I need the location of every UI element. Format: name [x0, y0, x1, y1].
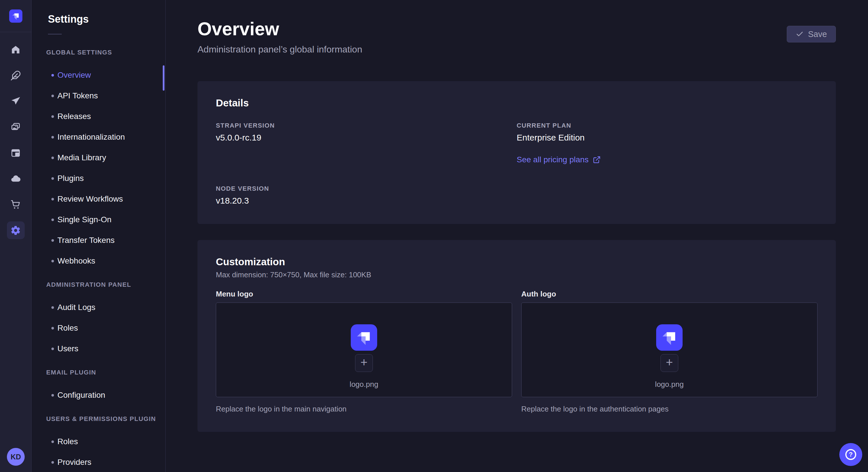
- sidebar-item-feather[interactable]: [3, 63, 29, 88]
- active-item-highlight: [7, 222, 25, 239]
- auth-logo-upload: Auth logo + logo.png Replace the logo in…: [521, 290, 817, 413]
- subnav-item-overview[interactable]: Overview: [32, 65, 165, 86]
- menu-logo-preview: [351, 324, 377, 351]
- bullet-icon: [51, 260, 54, 262]
- bullet-icon: [51, 306, 54, 309]
- subnav-item-webhooks[interactable]: Webhooks: [32, 250, 165, 271]
- subnav-item-providers[interactable]: Providers: [32, 452, 165, 472]
- strapi-logo-icon: [9, 9, 22, 23]
- bullet-icon: [51, 327, 54, 330]
- menu-logo-filename: logo.png: [350, 380, 378, 389]
- section-label-users-permissions-plugin: USERS & PERMISSIONS PLUGIN: [46, 415, 165, 423]
- subnav-item-media-library[interactable]: Media Library: [32, 147, 165, 168]
- strapi-logo-icon: [656, 324, 683, 351]
- subnav-item-users[interactable]: Users: [32, 338, 165, 359]
- current-plan-field: CURRENT PLAN Enterprise Edition See all …: [517, 122, 817, 164]
- subnav-item-up-roles[interactable]: Roles: [32, 431, 165, 452]
- gear-icon: [10, 225, 21, 236]
- subnav-item-audit-logs[interactable]: Audit Logs: [32, 297, 165, 318]
- paper-plane-icon: [10, 96, 21, 107]
- page-header-text: Overview Administration panel’s global i…: [197, 19, 362, 55]
- nav-icon-list: [0, 32, 31, 243]
- pricing-plans-link[interactable]: See all pricing plans: [517, 155, 601, 164]
- subnav-scrollbar-thumb[interactable]: [163, 65, 164, 91]
- sidebar-item-cart[interactable]: [3, 192, 29, 217]
- strapi-admin-screen: KD Settings GLOBAL SETTINGS Overview API…: [0, 0, 868, 472]
- administration-panel-list: Audit Logs Roles Users: [32, 297, 165, 359]
- field-value: v18.20.3: [216, 196, 517, 206]
- field-label: NODE VERSION: [216, 185, 517, 193]
- bullet-icon: [51, 394, 54, 397]
- customization-card-subtitle: Max dimension: 750×750, Max file size: 1…: [216, 270, 817, 279]
- subnav-item-transfer-tokens[interactable]: Transfer Tokens: [32, 230, 165, 250]
- users-permissions-list: Roles Providers: [32, 431, 165, 472]
- bullet-icon: [51, 115, 54, 118]
- subnav-title: Settings: [48, 13, 165, 25]
- subnav-item-plugins[interactable]: Plugins: [32, 168, 165, 189]
- subnav-item-review-workflows[interactable]: Review Workflows: [32, 189, 165, 209]
- subnav-item-single-sign-on[interactable]: Single Sign-On: [32, 209, 165, 230]
- subnav-item-configuration[interactable]: Configuration: [32, 385, 165, 405]
- sidebar-item-layout[interactable]: [3, 140, 29, 166]
- sidebar-item-paper-plane[interactable]: [3, 88, 29, 114]
- save-button[interactable]: Save: [787, 26, 836, 42]
- main-nav-rail: KD: [0, 0, 32, 472]
- field-value: Enterprise Edition: [517, 133, 817, 142]
- bullet-icon: [51, 440, 54, 443]
- subnav-item-releases[interactable]: Releases: [32, 106, 165, 127]
- cart-icon: [10, 199, 21, 210]
- external-link-icon: [593, 156, 601, 164]
- subnav-divider: [48, 34, 62, 34]
- node-version-field: NODE VERSION v18.20.3: [216, 185, 517, 206]
- settings-subnav: Settings GLOBAL SETTINGS Overview API To…: [32, 0, 166, 472]
- user-avatar[interactable]: KD: [7, 448, 25, 466]
- details-grid: STRAPI VERSION v5.0.0-rc.19 CURRENT PLAN…: [216, 122, 817, 206]
- bullet-icon: [51, 177, 54, 180]
- section-label-email-plugin: EMAIL PLUGIN: [46, 369, 165, 376]
- nav-brand-area: [0, 0, 31, 32]
- page-title: Overview: [197, 19, 362, 40]
- sidebar-item-cloud[interactable]: [3, 166, 29, 192]
- cloud-icon: [10, 173, 21, 184]
- add-auth-logo-button[interactable]: +: [660, 354, 678, 372]
- details-card: Details STRAPI VERSION v5.0.0-rc.19 CURR…: [197, 81, 836, 224]
- plus-icon: +: [666, 357, 673, 369]
- bullet-icon: [51, 136, 54, 138]
- menu-logo-upload: Menu logo + logo.png Replace the logo in…: [216, 290, 512, 413]
- auth-logo-filename: logo.png: [655, 380, 684, 389]
- bullet-icon: [51, 239, 54, 242]
- subnav-item-admin-roles[interactable]: Roles: [32, 318, 165, 338]
- details-card-title: Details: [216, 97, 817, 109]
- field-value: v5.0.0-rc.19: [216, 133, 517, 142]
- question-mark-icon: ?: [845, 449, 856, 460]
- customization-card-title: Customization: [216, 256, 817, 268]
- page-subtitle: Administration panel’s global informatio…: [197, 44, 362, 55]
- global-settings-list: Overview API Tokens Releases Internation…: [32, 65, 165, 271]
- auth-logo-label: Auth logo: [521, 290, 817, 299]
- bullet-icon: [51, 461, 54, 464]
- field-label: STRAPI VERSION: [216, 122, 517, 129]
- section-label-administration-panel: ADMINISTRATION PANEL: [46, 281, 165, 289]
- subnav-item-internationalization[interactable]: Internationalization: [32, 127, 165, 147]
- layout-icon: [10, 148, 21, 158]
- page-header: Overview Administration panel’s global i…: [197, 19, 836, 55]
- bullet-icon: [51, 157, 54, 159]
- strapi-logo-button[interactable]: [9, 9, 22, 23]
- auth-logo-hint: Replace the logo in the authentication p…: [521, 405, 817, 413]
- main-content: Overview Administration panel’s global i…: [166, 0, 868, 472]
- sidebar-item-pictures[interactable]: [3, 114, 29, 140]
- bullet-icon: [51, 198, 54, 200]
- check-icon: [796, 30, 804, 38]
- help-button[interactable]: ?: [839, 443, 862, 466]
- email-plugin-list: Configuration: [32, 385, 165, 405]
- strapi-logo-icon: [351, 324, 377, 351]
- auth-logo-dropzone[interactable]: + logo.png: [521, 303, 817, 397]
- menu-logo-label: Menu logo: [216, 290, 512, 299]
- menu-logo-dropzone[interactable]: + logo.png: [216, 303, 512, 397]
- pictures-icon: [10, 122, 21, 133]
- subnav-item-api-tokens[interactable]: API Tokens: [32, 86, 165, 106]
- add-menu-logo-button[interactable]: +: [355, 354, 373, 372]
- sidebar-item-gear[interactable]: [3, 217, 29, 243]
- sidebar-item-home[interactable]: [3, 37, 29, 63]
- field-label: CURRENT PLAN: [517, 122, 817, 129]
